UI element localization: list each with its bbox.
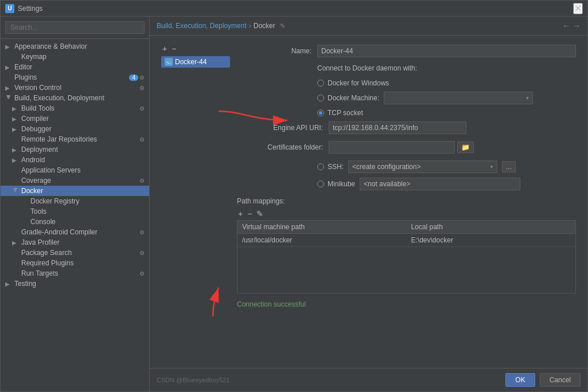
search-box	[1, 17, 149, 39]
minikube-input[interactable]	[360, 178, 520, 190]
connect-label-row: Connect to Docker daemon with:	[237, 64, 576, 72]
certificates-input[interactable]	[329, 141, 455, 154]
engine-uri-label: Engine API URI:	[248, 124, 329, 132]
radio-machine[interactable]	[317, 95, 324, 101]
radio-windows[interactable]	[317, 80, 324, 87]
add-docker-button[interactable]: +	[161, 45, 168, 53]
breadcrumb-current: Docker	[254, 22, 275, 30]
certificates-row: Certificates folder: 📁	[237, 141, 576, 154]
cancel-button[interactable]: Cancel	[540, 373, 581, 387]
remove-docker-button[interactable]: −	[170, 45, 177, 53]
close-button[interactable]: ✕	[573, 3, 583, 14]
sidebar-item-android[interactable]: ▶ Android	[1, 155, 149, 165]
machine-select[interactable]	[384, 92, 533, 104]
sidebar-item-compiler[interactable]: ▶ Compiler	[1, 113, 149, 124]
app-icon: U	[5, 4, 14, 13]
sidebar-item-keymap[interactable]: Keymap	[1, 52, 149, 62]
expand-arrow: ▶	[12, 240, 19, 246]
radio-minikube[interactable]	[317, 181, 324, 187]
content-area: Build, Execution, Deployment › Docker ✎ …	[150, 17, 587, 391]
sidebar-item-plugins[interactable]: Plugins 4 ⚙	[1, 72, 149, 83]
expand-arrow: ▶	[5, 85, 12, 91]
local-path-header: Local path	[407, 221, 576, 233]
content-wrapper: + − 🐳 Docker-44 Name	[150, 36, 587, 368]
remove-path-button[interactable]: −	[246, 210, 253, 218]
path-mappings-section: Path mappings: + − ✎ Virtual machine pat…	[237, 197, 576, 293]
sidebar-item-deployment[interactable]: ▶ Deployment	[1, 144, 149, 155]
expand-arrow: ▶	[12, 105, 19, 112]
sidebar-item-debugger[interactable]: ▶ Debugger	[1, 124, 149, 134]
nav-back-button[interactable]: ←	[562, 21, 570, 30]
sidebar-item-console[interactable]: Console	[1, 217, 149, 227]
radio-minikube-row: Minikube	[237, 178, 576, 190]
path-mappings-toolbar: + − ✎	[237, 210, 576, 218]
radio-ssh[interactable]	[317, 163, 324, 170]
path-table: Virtual machine path Local path /usr/loc…	[237, 220, 576, 293]
sidebar-item-version-control[interactable]: ▶ Version Control ⚙	[1, 83, 149, 93]
add-path-button[interactable]: +	[237, 210, 244, 218]
sidebar-item-java-profiler[interactable]: ▶ Java Profiler	[1, 237, 149, 248]
gear-icon: ⚙	[139, 105, 145, 112]
engine-uri-row: Engine API URI:	[237, 121, 576, 134]
watermark: CSDN @Blueeyedboy521	[157, 377, 229, 383]
radio-minikube-label: Minikube	[328, 180, 355, 188]
gear-icon: ⚙	[139, 271, 145, 277]
certificates-label: Certificates folder:	[248, 143, 329, 151]
sidebar-item-label: Testing	[14, 280, 145, 288]
bottom-bar: CSDN @Blueeyedboy521 OK Cancel	[150, 368, 587, 391]
browse-folder-button[interactable]: 📁	[457, 142, 474, 153]
settings-window: U Settings ✕ ▶ Appearance & Behavior Key…	[0, 0, 588, 392]
sidebar-item-label: Docker	[21, 187, 145, 195]
sidebar-item-run-targets[interactable]: Run Targets ⚙	[1, 268, 149, 279]
radio-tcp[interactable]	[317, 109, 324, 116]
sidebar-item-required-plugins[interactable]: Required Plugins	[1, 258, 149, 268]
radio-tcp-label: TCP socket	[328, 109, 363, 117]
ssh-config-button[interactable]: ...	[502, 161, 516, 173]
docker-panel: + − 🐳 Docker-44 Name	[161, 45, 576, 308]
search-input[interactable]	[5, 21, 145, 34]
radio-windows-row: Docker for Windows	[237, 79, 576, 87]
ssh-select[interactable]: <create configuration>	[348, 160, 497, 173]
ok-button[interactable]: OK	[505, 373, 535, 387]
edit-path-button[interactable]: ✎	[255, 210, 264, 218]
sidebar-item-editor[interactable]: ▶ Editor	[1, 62, 149, 72]
engine-uri-input[interactable]	[329, 121, 466, 134]
sidebar-item-appearance[interactable]: ▶ Appearance & Behavior	[1, 41, 149, 52]
edit-icon: ✎	[280, 22, 285, 30]
nav-arrows: ← →	[562, 21, 581, 30]
table-row[interactable]: /usr/local/docker E:\dev\docker	[237, 234, 575, 247]
docker-toolbar: + −	[161, 45, 230, 53]
sidebar-item-coverage[interactable]: Coverage ⚙	[1, 175, 149, 186]
expand-arrow: ▶	[12, 116, 19, 122]
expand-arrow: ▶	[5, 281, 12, 287]
path-table-empty-area	[237, 247, 575, 293]
sidebar-item-package-search[interactable]: Package Search ⚙	[1, 248, 149, 258]
sidebar-item-docker-registry[interactable]: Docker Registry	[1, 196, 149, 206]
radio-windows-label: Docker for Windows	[328, 79, 389, 87]
sidebar-item-app-servers[interactable]: Application Servers	[1, 165, 149, 175]
breadcrumb-link[interactable]: Build, Execution, Deployment	[157, 22, 247, 30]
sidebar-tree: ▶ Appearance & Behavior Keymap ▶ Editor …	[1, 39, 149, 391]
sidebar-item-build-execution[interactable]: ▶ Build, Execution, Deployment	[1, 93, 149, 103]
plugins-badge: 4	[129, 75, 138, 81]
machine-select-wrapper	[384, 92, 533, 104]
gear-icon: ⚙	[139, 75, 145, 81]
name-input[interactable]	[317, 45, 576, 57]
radio-machine-label: Docker Machine:	[328, 94, 379, 102]
name-label: Name:	[237, 47, 317, 55]
sidebar-item-label: Appearance & Behavior	[14, 42, 145, 50]
sidebar-item-testing[interactable]: ▶ Testing	[1, 279, 149, 289]
breadcrumb-bar: Build, Execution, Deployment › Docker ✎ …	[150, 17, 587, 36]
sidebar-item-build-tools[interactable]: ▶ Build Tools ⚙	[1, 103, 149, 113]
sidebar-item-tools[interactable]: Tools	[1, 206, 149, 217]
docker-list-item[interactable]: 🐳 Docker-44	[161, 56, 230, 68]
sidebar-item-gradle-android[interactable]: Gradle-Android Compiler ⚙	[1, 227, 149, 237]
expand-arrow: ▶	[5, 64, 12, 70]
vm-path-header: Virtual machine path	[237, 221, 407, 233]
sidebar-item-docker[interactable]: ▶ Docker	[1, 186, 149, 196]
sidebar-item-remote-jar[interactable]: Remote Jar Repositories ⚙	[1, 134, 149, 144]
gear-icon: ⚙	[139, 178, 145, 184]
docker-list: + − 🐳 Docker-44	[161, 45, 230, 308]
breadcrumb-separator: ›	[249, 22, 251, 30]
nav-forward-button[interactable]: →	[573, 21, 581, 30]
